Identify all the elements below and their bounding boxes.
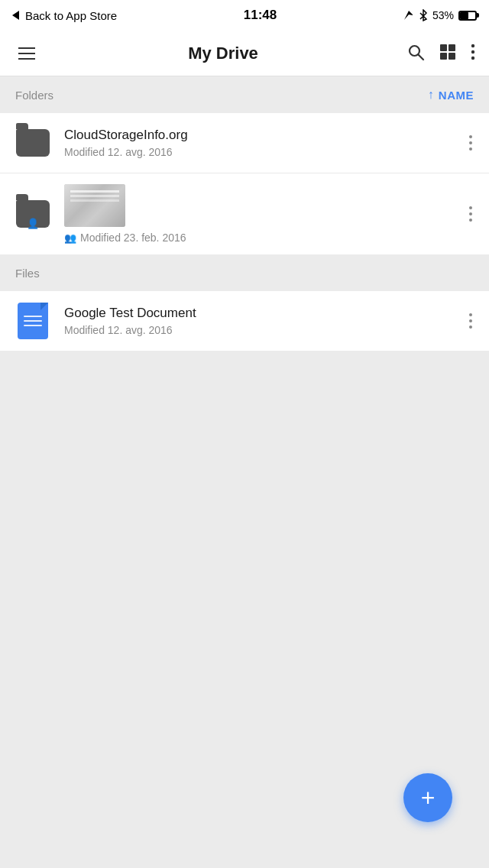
folder-thumbnail xyxy=(64,184,125,227)
add-fab-button[interactable]: + xyxy=(403,773,452,822)
svg-point-8 xyxy=(471,56,474,59)
list-item[interactable]: Google Test Document Modified 12. avg. 2… xyxy=(0,291,489,351)
doc-icon-container xyxy=(14,302,52,340)
status-bar: Back to App Store 11:48 53% xyxy=(0,0,489,31)
battery-percent: 53% xyxy=(432,9,454,21)
page-title: My Drive xyxy=(40,44,406,63)
item-info: 👥 Modified 23. feb. 2016 xyxy=(64,184,466,244)
item-more-button[interactable] xyxy=(466,131,475,155)
menu-button[interactable] xyxy=(14,43,40,64)
status-bar-left: Back to App Store xyxy=(12,9,117,22)
files-section-header: Files xyxy=(0,254,489,291)
item-info: CloudStorageInfo.org Modified 12. avg. 2… xyxy=(64,128,466,158)
back-label[interactable]: Back to App Store xyxy=(25,9,117,22)
bluetooth-icon xyxy=(419,9,428,21)
svg-line-1 xyxy=(419,54,424,60)
folder-icon xyxy=(16,129,50,157)
svg-rect-5 xyxy=(449,53,455,60)
item-more-button[interactable] xyxy=(466,202,475,226)
sort-arrow-icon: ↑ xyxy=(428,88,434,102)
item-info: Google Test Document Modified 12. avg. 2… xyxy=(64,306,466,336)
svg-rect-2 xyxy=(440,44,447,51)
search-icon xyxy=(406,43,425,61)
toolbar: My Drive xyxy=(0,31,489,76)
svg-point-6 xyxy=(471,44,474,47)
item-meta: 👥 Modified 23. feb. 2016 xyxy=(64,232,466,244)
status-bar-time: 11:48 xyxy=(244,8,277,23)
sort-button[interactable]: ↑ NAME xyxy=(428,88,474,102)
plus-icon: + xyxy=(421,785,436,810)
shared-icon: 👥 xyxy=(64,232,76,244)
folders-label: Folders xyxy=(15,89,53,102)
item-modified: Modified 12. avg. 2016 xyxy=(64,146,173,158)
item-name: Google Test Document xyxy=(64,306,466,321)
more-options-button[interactable] xyxy=(471,43,475,64)
status-bar-right: 53% xyxy=(403,9,477,21)
folders-list: CloudStorageInfo.org Modified 12. avg. 2… xyxy=(0,113,489,254)
svg-rect-4 xyxy=(440,53,447,60)
item-modified: Modified 12. avg. 2016 xyxy=(64,324,173,336)
list-item[interactable]: CloudStorageInfo.org Modified 12. avg. 2… xyxy=(0,113,489,173)
more-vertical-icon xyxy=(471,43,475,61)
search-button[interactable] xyxy=(406,43,425,64)
grid-view-button[interactable] xyxy=(439,43,457,64)
svg-rect-3 xyxy=(449,44,455,51)
toolbar-actions xyxy=(406,43,475,64)
files-list: Google Test Document Modified 12. avg. 2… xyxy=(0,291,489,351)
folders-section-header: Folders ↑ NAME xyxy=(0,76,489,113)
item-name: CloudStorageInfo.org xyxy=(64,128,466,143)
list-item[interactable]: 👤 👥 Modified 23. feb. 2016 xyxy=(0,173,489,254)
people-badge-icon: 👤 xyxy=(27,218,39,229)
shared-folder-icon: 👤 xyxy=(16,200,50,228)
files-label: Files xyxy=(15,267,40,280)
doc-icon xyxy=(18,303,48,339)
folder-icon-container xyxy=(14,124,52,162)
shared-folder-icon-container: 👤 xyxy=(14,195,52,233)
item-meta: Modified 12. avg. 2016 xyxy=(64,324,466,336)
back-arrow-icon xyxy=(12,11,19,20)
grid-icon xyxy=(439,43,457,61)
item-meta: Modified 12. avg. 2016 xyxy=(64,146,466,158)
location-icon xyxy=(403,10,414,21)
sort-label: NAME xyxy=(439,89,474,102)
battery-icon xyxy=(458,11,477,21)
item-more-button[interactable] xyxy=(466,309,475,333)
svg-point-7 xyxy=(471,50,474,53)
item-modified: Modified 23. feb. 2016 xyxy=(80,232,186,244)
